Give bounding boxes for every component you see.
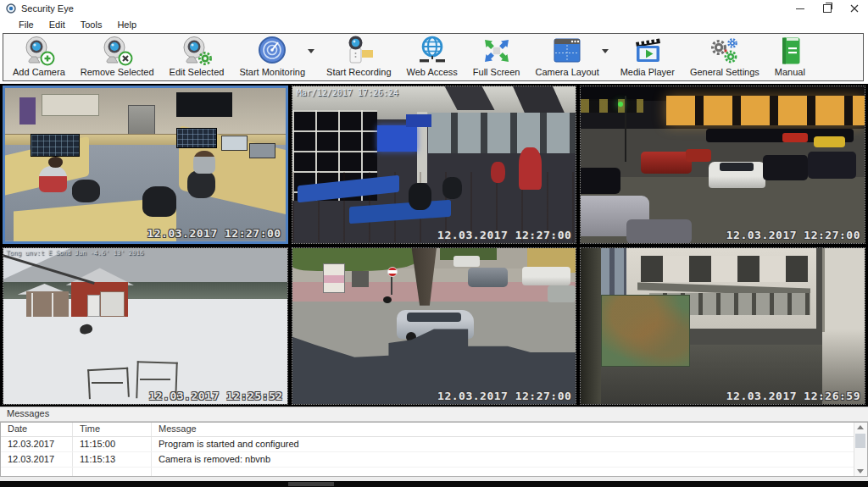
- general-settings-button[interactable]: General Settings: [682, 34, 767, 80]
- menu-help[interactable]: Help: [109, 17, 144, 33]
- messages-table: Date Time Message 12.03.2017 11:15:00 Pr…: [0, 422, 868, 477]
- webcam-add-icon: [22, 36, 56, 66]
- camera-tile-2[interactable]: Mar/12/2017 17:26:24 12.03.2017 12:27:00: [292, 86, 577, 244]
- suv-windows: [720, 163, 754, 170]
- scroll-up-arrow-icon[interactable]: [857, 425, 864, 429]
- toolbar-label: General Settings: [690, 67, 760, 77]
- camera-timestamp: 12.03.2017 12:26:59: [726, 390, 860, 402]
- person-red: [491, 162, 505, 184]
- blue-screen: [406, 114, 431, 127]
- camera-6-video: [581, 248, 865, 405]
- garage-door: [100, 291, 125, 317]
- camera-layout-button[interactable]: Camera Layout: [527, 34, 606, 80]
- camera-tile-3[interactable]: 12.03.2017 12:27:00: [580, 86, 865, 244]
- tree-foliage: [292, 248, 417, 272]
- start-monitoring-dropdown[interactable]: [308, 34, 319, 80]
- window-controls: [787, 0, 868, 17]
- dark-car: [581, 168, 620, 194]
- camera-tile-1[interactable]: 12.03.2017 12:27:00: [3, 86, 288, 244]
- restore-icon-back: [826, 3, 832, 9]
- desk-monitor: [221, 136, 248, 151]
- wall-poster: [19, 97, 36, 125]
- message-text: Camera is removed: nbvnb: [152, 452, 867, 467]
- add-camera-button[interactable]: Add Camera: [5, 34, 73, 80]
- empty-cell: [73, 468, 152, 477]
- scroll-down-arrow-icon[interactable]: [857, 469, 864, 473]
- gray-car: [468, 268, 508, 286]
- message-row-empty: [1, 468, 867, 477]
- close-icon: [850, 4, 859, 13]
- camera-tile-4[interactable]: Tong unv:t E Sond Jun -4.6' 13' 2016 12.…: [3, 247, 288, 406]
- dark-car: [763, 155, 809, 180]
- messages-table-header: Date Time Message: [1, 423, 867, 437]
- scrollbar-thumb[interactable]: [855, 434, 865, 448]
- white-car: [453, 256, 479, 267]
- billboard: [323, 263, 344, 293]
- toolbar-label: Manual: [775, 67, 805, 77]
- white-van: [522, 267, 570, 285]
- column-header-date[interactable]: Date: [1, 423, 73, 436]
- person-red-jacket: [39, 166, 67, 192]
- cctv-monitor: [31, 134, 80, 157]
- no-entry-sign: [387, 267, 398, 277]
- red-truck: [641, 152, 692, 174]
- person-red: [519, 147, 542, 190]
- camera-grid: 12.03.2017 12:27:00 Mar/12/2017 17:26:24…: [0, 84, 868, 407]
- menu-tools[interactable]: Tools: [73, 17, 110, 33]
- toolbar-label: Edit Selected: [170, 67, 225, 77]
- house-door: [87, 295, 100, 317]
- message-row[interactable]: 12.03.2017 11:15:00 Program is started a…: [1, 437, 867, 452]
- red-car: [782, 133, 808, 142]
- close-button[interactable]: [841, 0, 868, 17]
- fullscreen-arrows-icon: [481, 36, 513, 66]
- wagon-windows: [407, 313, 461, 322]
- start-monitoring-button[interactable]: Start Monitoring: [231, 34, 313, 80]
- toolbar-label: Camera Layout: [535, 67, 598, 77]
- right-wall: [822, 248, 865, 405]
- minimize-icon: [796, 8, 804, 9]
- bottom-edge-bar: [0, 481, 868, 487]
- menu-edit[interactable]: Edit: [42, 17, 73, 33]
- red-car: [686, 149, 711, 162]
- media-player-button[interactable]: Media Player: [613, 34, 682, 80]
- globe-icon: [415, 36, 450, 66]
- dog: [383, 296, 392, 303]
- webcam-remove-icon: [100, 36, 134, 66]
- light-pole: [625, 96, 626, 161]
- drain-pipe: [822, 248, 825, 333]
- minimize-button[interactable]: [787, 0, 814, 17]
- message-time: 11:15:00: [73, 437, 152, 451]
- office-chair: [187, 170, 215, 197]
- poster-board: [352, 271, 369, 286]
- camera-1-video: [5, 88, 286, 241]
- web-access-button[interactable]: Web Access: [399, 34, 465, 80]
- messages-scrollbar[interactable]: [854, 423, 867, 476]
- start-monitoring-group: Start Monitoring: [231, 34, 319, 80]
- full-screen-button[interactable]: Full Screen: [465, 34, 528, 80]
- toolbar-label: Media Player: [620, 67, 675, 77]
- edit-selected-button[interactable]: Edit Selected: [162, 34, 232, 80]
- toolbar: Add Camera Remove Selected Edit Selected…: [3, 33, 864, 81]
- webcam-edit-icon: [180, 36, 214, 66]
- camera-layout-dropdown[interactable]: [602, 34, 613, 80]
- camera-tile-5[interactable]: 12.03.2017 12:27:00: [292, 247, 577, 406]
- menu-file[interactable]: File: [11, 17, 42, 33]
- office-chair: [72, 180, 100, 202]
- message-row[interactable]: 12.03.2017 11:15:13 Camera is removed: n…: [1, 452, 867, 468]
- person-at-desk: [193, 151, 215, 174]
- camera-layout-group: Camera Layout: [527, 34, 612, 80]
- column-header-time[interactable]: Time: [73, 423, 152, 436]
- remove-selected-button[interactable]: Remove Selected: [73, 34, 162, 80]
- manual-button[interactable]: Manual: [767, 34, 813, 80]
- toolbar-label: Web Access: [407, 67, 458, 77]
- restore-button[interactable]: [814, 0, 841, 17]
- metal-frame-bar: [140, 379, 171, 380]
- messages-panel: Messages Date Time Message 12.03.2017 11…: [0, 407, 868, 477]
- camera-4-video: [3, 248, 287, 405]
- camera-tile-6[interactable]: 12.03.2017 12:26:59: [580, 247, 865, 406]
- start-recording-button[interactable]: Start Recording: [319, 34, 398, 80]
- column-header-message[interactable]: Message: [152, 423, 867, 436]
- lit-storefront: [666, 96, 865, 125]
- porch-post: [52, 293, 53, 317]
- lit-windows: [581, 99, 643, 113]
